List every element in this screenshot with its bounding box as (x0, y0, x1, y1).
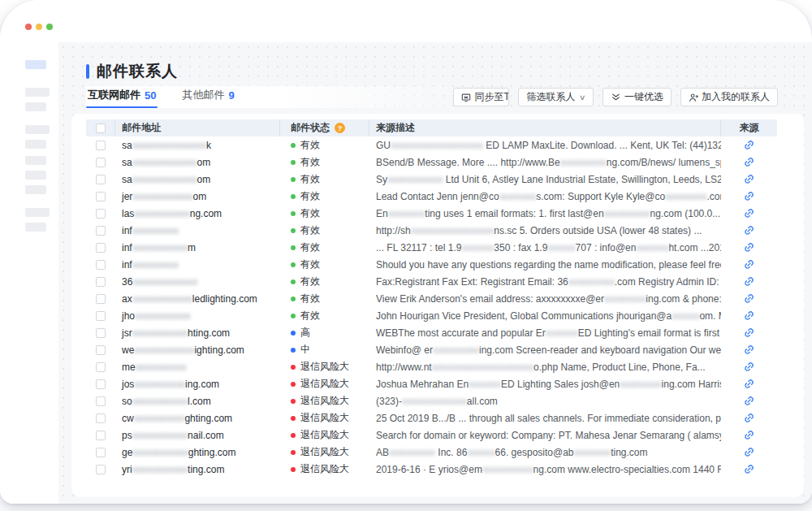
email-status: 有效 (280, 309, 369, 323)
table-row: saxxxxxxxxxxxxxxxxk有效GUxxxxxxxxxxxxxxxxx… (86, 136, 777, 154)
source-link-button[interactable] (744, 157, 754, 167)
source-link-icon (741, 444, 756, 459)
source-link-button[interactable] (744, 344, 754, 355)
sidebar-skeleton-item (25, 156, 46, 165)
row-checkbox[interactable] (96, 448, 106, 457)
source-description: Enxxxxxxxxting uses 1 email formats: 1. … (369, 208, 721, 219)
source-link-button[interactable] (744, 293, 754, 304)
row-checkbox[interactable] (96, 362, 106, 372)
row-checkbox[interactable] (96, 260, 106, 270)
email-address: lasxxxxxxxxxxxxng.com (115, 208, 280, 219)
source-link-button[interactable] (744, 191, 754, 201)
table-row: gexxxxxxxxxxxxghting.com退信风险大ABxxxxxxxxx… (86, 444, 777, 461)
source-description: http://shxxxxxxxxxxxxxxxxxxns.sc 5. Orde… (369, 225, 721, 236)
row-checkbox[interactable] (96, 465, 106, 474)
sidebar-skeleton-item (25, 102, 46, 111)
tab-internet-mail[interactable]: 互联网邮件 50 (86, 84, 158, 108)
source-link-button[interactable] (744, 464, 754, 474)
email-status: 有效 (280, 155, 369, 169)
source-link-button[interactable] (744, 259, 754, 270)
source-link-button[interactable] (744, 396, 754, 406)
row-checkbox[interactable] (96, 379, 106, 389)
table-row: jhoxxxxxxxxxxxx有效John Hourigan Vice Pres… (86, 307, 777, 324)
row-checkbox[interactable] (96, 396, 106, 406)
row-checkbox[interactable] (96, 226, 106, 236)
tab-count: 9 (228, 89, 234, 102)
source-link-button[interactable] (744, 276, 754, 287)
main-content: 邮件联系人 互联网邮件 50 其他邮件 9 (58, 42, 812, 504)
sidebar-skeleton-item (25, 171, 46, 180)
email-address: psxxxxxxxxxxxxnail.com (115, 430, 280, 441)
status-dot-icon (291, 245, 296, 250)
email-address: 36xxxxxxxxxxxxxx (115, 276, 280, 288)
row-checkbox[interactable] (96, 328, 106, 338)
email-status: 有效 (280, 138, 369, 152)
status-dot-icon (291, 160, 296, 165)
header-source-desc: 来源描述 (369, 119, 721, 136)
row-checkbox[interactable] (96, 141, 106, 150)
header-source: 来源 (721, 119, 777, 136)
zoom-window-icon[interactable] (46, 24, 53, 30)
row-checkbox[interactable] (96, 345, 106, 355)
table-row: infxxxxxxxxxx有效http://shxxxxxxxxxxxxxxxx… (86, 222, 777, 239)
tabs: 互联网邮件 50 其他邮件 9 (86, 86, 236, 108)
table-row: saxxxxxxxxxxxxxxom有效BSend/B Message. Mor… (86, 154, 777, 171)
select-all-checkbox[interactable] (96, 123, 106, 133)
source-link-button[interactable] (744, 208, 754, 219)
row-checkbox[interactable] (96, 243, 106, 253)
tab-count: 50 (145, 89, 156, 102)
minimize-window-icon[interactable] (36, 24, 42, 30)
row-checkbox[interactable] (96, 294, 106, 304)
source-link-button[interactable] (744, 447, 754, 457)
status-dot-icon (291, 382, 296, 387)
row-checkbox[interactable] (96, 414, 106, 423)
filter-contacts-button[interactable]: 筛选联系人 ∨ (518, 88, 594, 106)
status-dot-icon (291, 399, 296, 404)
source-link-button[interactable] (744, 379, 754, 389)
email-address: yrixxxxxxxxxxxxting.com (115, 464, 280, 475)
person-add-icon (689, 93, 698, 102)
sidebar-skeleton-item (25, 125, 50, 134)
status-dot-icon (291, 348, 296, 353)
email-status: 退信风险大 (280, 394, 369, 408)
source-link-button[interactable] (744, 174, 754, 184)
status-help-icon[interactable]: ? (335, 123, 345, 133)
header-status: 邮件状态 ? (280, 119, 369, 136)
source-description: Joshua Mehrahan EnxxxxxxxED Lighting Sal… (369, 379, 721, 390)
add-to-my-contacts-button[interactable]: 加入我的联系人 (680, 88, 778, 106)
one-click-optimize-button[interactable]: 一键优选 (603, 88, 672, 106)
row-checkbox[interactable] (96, 277, 106, 287)
status-dot-icon (291, 467, 296, 472)
source-description: http://www.ntxxxxxxxxxxxxxxxxxxxxxxo.php… (369, 362, 721, 373)
status-dot-icon (291, 211, 296, 216)
table-row: axxxxxxxxxxxxxxledlighting.com有效View Eri… (86, 290, 777, 307)
source-link-icon (741, 308, 756, 323)
row-checkbox[interactable] (96, 175, 106, 184)
source-link-button[interactable] (744, 242, 754, 253)
email-address: infxxxxxxxxxx (115, 225, 280, 236)
row-checkbox[interactable] (96, 209, 106, 219)
source-link-button[interactable] (744, 225, 754, 236)
source-link-button[interactable] (744, 310, 754, 321)
source-link-button[interactable] (744, 140, 754, 150)
row-checkbox[interactable] (96, 192, 106, 201)
table-row: infxxxxxxxxxx有效Should you have any quest… (86, 256, 777, 273)
title-accent-bar (86, 64, 89, 79)
row-checkbox[interactable] (96, 431, 106, 440)
source-link-button[interactable] (744, 413, 754, 423)
source-link-icon (741, 274, 756, 288)
source-link-button[interactable] (744, 430, 754, 440)
table-row: jerxxxxxxxxxxxxxom有效Lead Contact Jenn je… (86, 188, 777, 205)
source-link-button[interactable] (744, 327, 754, 338)
row-checkbox[interactable] (96, 158, 106, 167)
source-description: ABxxxxxxxxxx Inc. 86xxxxxx66. gesposito@… (369, 447, 721, 458)
row-checkbox[interactable] (96, 311, 106, 321)
table-row: wexxxxxxxxxxxxxighting.com中Webinfo@ erxx… (86, 341, 777, 358)
close-window-icon[interactable] (25, 24, 32, 30)
status-dot-icon (291, 262, 296, 267)
tab-other-mail[interactable]: 其他邮件 9 (180, 84, 235, 108)
page-title: 邮件联系人 (97, 61, 178, 82)
source-link-button[interactable] (744, 362, 754, 372)
source-description: WEBThe most accurate and popular Erxxxxx… (369, 327, 721, 339)
sync-button[interactable]: 同步至T (453, 88, 509, 106)
